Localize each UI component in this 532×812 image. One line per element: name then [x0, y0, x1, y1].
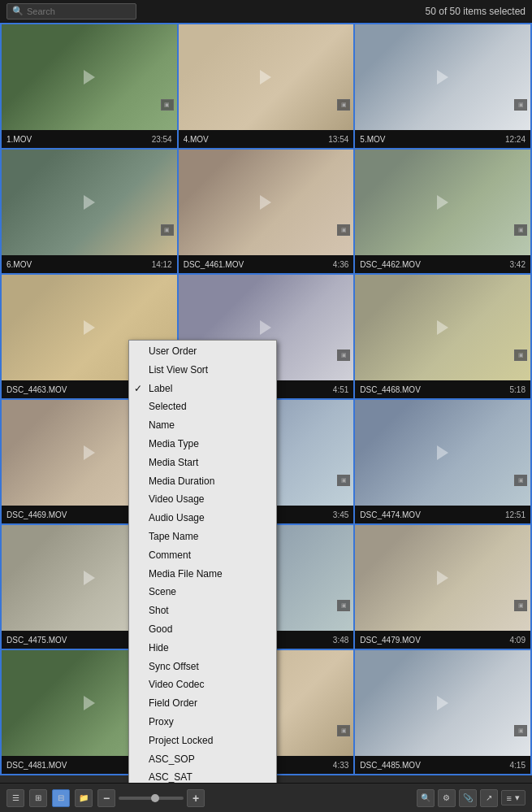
menu-item-media-file-name[interactable]: Media File Name — [129, 565, 276, 584]
media-type-icon: ▣ — [514, 600, 527, 611]
share-btn[interactable]: ↗ — [480, 789, 498, 807]
search-input[interactable] — [27, 7, 132, 16]
menu-item-list-view-sort[interactable]: List View Sort — [129, 361, 276, 380]
thumbnail-item[interactable]: ▣ 5.MOV 12:24 — [355, 24, 530, 148]
play-overlay — [437, 70, 448, 85]
room-background — [179, 150, 354, 255]
thumb-image: ▣ — [2, 24, 177, 130]
play-overlay — [84, 571, 95, 585]
thumb-name: DSC_4485.MOV — [360, 761, 420, 770]
play-overlay — [260, 195, 271, 210]
play-overlay — [84, 70, 95, 85]
thumb-duration: 12:24 — [505, 135, 526, 144]
menu-item-tape-name[interactable]: Tape Name — [129, 528, 276, 546]
room-background — [355, 24, 530, 130]
view-dropdown-icon: ≡ — [507, 793, 512, 803]
status-text: 50 of 50 items selected — [426, 6, 526, 17]
media-type-icon: ▣ — [337, 224, 350, 236]
menu-item-comment[interactable]: Comment — [129, 546, 276, 565]
search-btn[interactable]: 🔍 — [417, 789, 435, 807]
play-overlay — [84, 696, 95, 710]
menu-item-label[interactable]: Label — [129, 380, 276, 398]
media-type-icon: ▣ — [161, 224, 174, 236]
thumb-image: ▣ — [2, 150, 177, 255]
menu-item-video-usage[interactable]: Video Usage — [129, 490, 276, 509]
thumbnail-item[interactable]: ▣ DSC_4479.MOV 4:09 — [355, 525, 530, 649]
slider-thumb[interactable] — [151, 794, 159, 802]
room-background — [355, 400, 530, 506]
menu-item-sync-offset[interactable]: Sync Offset — [129, 658, 276, 676]
thumbnail-item[interactable]: ▣ 1.MOV 23:54 — [2, 24, 177, 148]
medium-grid-btn[interactable]: ⊟ — [52, 789, 70, 807]
thumb-duration: 4:15 — [510, 761, 526, 770]
menu-item-asc_sop[interactable]: ASC_SOP — [129, 750, 276, 769]
view-dropdown-arrow: ▾ — [515, 792, 520, 803]
menu-item-scene[interactable]: Scene — [129, 583, 276, 601]
menu-item-selected[interactable]: Selected — [129, 397, 276, 416]
play-overlay — [437, 445, 448, 460]
menu-item-user-order[interactable]: User Order — [129, 342, 276, 361]
thumb-name: DSC_4474.MOV — [360, 510, 420, 519]
menu-item-proxy[interactable]: Proxy — [129, 713, 276, 732]
thumb-name: DSC_4468.MOV — [360, 385, 420, 394]
search-box[interactable]: 🔍 — [6, 3, 136, 20]
list-view-btn[interactable]: ☰ — [6, 789, 24, 807]
thumbnail-item[interactable]: ▣ DSC_4474.MOV 12:51 — [355, 400, 530, 523]
thumb-duration: 4:51 — [333, 385, 348, 394]
menu-item-media-start[interactable]: Media Start — [129, 454, 276, 472]
thumbnail-item[interactable]: ▣ 4.MOV 13:54 — [179, 24, 354, 148]
play-overlay — [84, 195, 95, 210]
zoom-in-btn[interactable]: + — [187, 789, 205, 807]
thumbnail-item[interactable]: ▣ DSC_4468.MOV 5:18 — [355, 275, 530, 398]
thumb-info-bar: 4.MOV 13:54 — [179, 130, 354, 148]
thumb-image: ▣ — [355, 150, 530, 255]
thumb-image: ▣ — [355, 275, 530, 380]
room-background — [2, 150, 177, 255]
thumb-name: DSC_4481.MOV — [6, 761, 67, 770]
menu-item-hide[interactable]: Hide — [129, 639, 276, 658]
menu-item-project-locked[interactable]: Project Locked — [129, 732, 276, 750]
media-type-icon: ▣ — [514, 99, 527, 111]
thumb-name: 5.MOV — [360, 135, 385, 144]
thumb-duration: 3:48 — [333, 636, 348, 645]
media-type-icon: ▣ — [337, 600, 350, 611]
thumbnail-item[interactable]: ▣ 6.MOV 14:12 — [2, 150, 177, 273]
thumb-name: DSC_4463.MOV — [6, 385, 67, 394]
room-background — [355, 275, 530, 380]
thumbnail-item[interactable]: ▣ DSC_4462.MOV 3:42 — [355, 150, 530, 273]
room-background — [355, 525, 530, 631]
menu-item-media-duration[interactable]: Media Duration — [129, 472, 276, 491]
thumb-duration: 4:36 — [333, 260, 348, 269]
thumb-duration: 4:33 — [333, 761, 348, 770]
thumb-duration: 4:09 — [510, 636, 526, 645]
menu-item-audio-usage[interactable]: Audio Usage — [129, 509, 276, 528]
zoom-slider: − + — [97, 789, 205, 807]
menu-item-asc_sat[interactable]: ASC_SAT — [129, 768, 276, 783]
context-menu: User OrderList View SortLabelSelectedNam… — [128, 340, 277, 783]
menu-item-field-order[interactable]: Field Order — [129, 694, 276, 713]
media-type-icon: ▣ — [337, 725, 350, 736]
small-grid-btn[interactable]: ⊞ — [29, 789, 47, 807]
thumbnail-item[interactable]: ▣ DSC_4461.MOV 4:36 — [179, 150, 354, 273]
thumb-info-bar: DSC_4485.MOV 4:15 — [355, 756, 530, 774]
folder-view-btn[interactable]: 📁 — [75, 789, 93, 807]
thumbnail-grid-area: ▣ 1.MOV 23:54 ▣ 4.MOV 13:54 ▣ 5.MOV 12:2… — [0, 23, 532, 783]
menu-item-name[interactable]: Name — [129, 416, 276, 435]
zoom-out-btn[interactable]: − — [97, 789, 115, 807]
thumb-duration: 14:12 — [152, 260, 172, 269]
media-type-icon: ▣ — [337, 99, 350, 111]
view-dropdown[interactable]: ≡ ▾ — [501, 790, 526, 805]
slider-track[interactable] — [119, 797, 184, 800]
clip-btn[interactable]: 📎 — [459, 789, 477, 807]
thumbnail-item[interactable]: ▣ DSC_4485.MOV 4:15 — [355, 650, 530, 774]
top-bar: 🔍 50 of 50 items selected — [0, 0, 532, 23]
menu-item-video-codec[interactable]: Video Codec — [129, 675, 276, 694]
thumb-info-bar: DSC_4468.MOV 5:18 — [355, 380, 530, 398]
settings-btn[interactable]: ⚙ — [438, 789, 456, 807]
thumb-info-bar: 6.MOV 14:12 — [2, 255, 177, 273]
bottom-toolbar: ☰ ⊞ ⊟ 📁 − + 🔍 ⚙ 📎 ↗ ≡ ▾ — [0, 783, 532, 812]
menu-item-good[interactable]: Good — [129, 620, 276, 639]
menu-item-media-type[interactable]: Media Type — [129, 435, 276, 454]
menu-item-shot[interactable]: Shot — [129, 601, 276, 620]
thumb-name: DSC_4475.MOV — [6, 636, 67, 645]
